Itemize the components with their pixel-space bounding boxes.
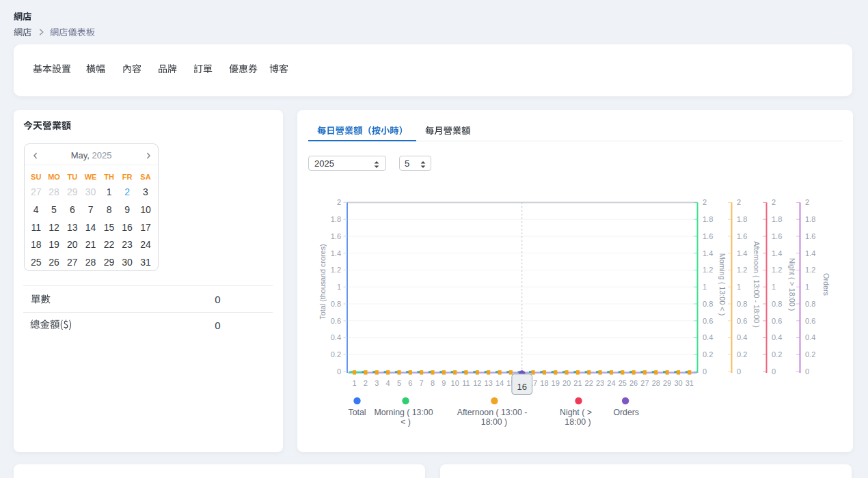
svg-text:0.4: 0.4 (703, 333, 713, 341)
svg-text:8: 8 (430, 379, 434, 387)
svg-text:0.6: 0.6 (330, 316, 340, 324)
svg-text:1.8: 1.8 (737, 215, 747, 223)
svg-text:12: 12 (473, 379, 481, 387)
svg-text:0.6: 0.6 (772, 316, 782, 324)
svg-text:2: 2 (737, 198, 741, 206)
svg-text:1.8: 1.8 (772, 215, 782, 223)
svg-text:16: 16 (517, 382, 526, 392)
svg-text:0.2: 0.2 (737, 350, 747, 358)
svg-text:0.6: 0.6 (737, 316, 747, 324)
svg-text:1.2: 1.2 (330, 266, 340, 274)
svg-text:10: 10 (450, 379, 459, 387)
svg-text:2: 2 (703, 198, 707, 206)
svg-text:0.8: 0.8 (737, 299, 747, 307)
svg-text:Morning ( 13:00: Morning ( 13:00 (374, 407, 433, 417)
svg-text:1.4: 1.4 (703, 249, 713, 257)
svg-text:Total (thousand crores): Total (thousand crores) (318, 244, 327, 319)
svg-text:18:00 ): 18:00 ) (565, 417, 591, 427)
svg-text:1: 1 (737, 283, 741, 291)
svg-text:1.6: 1.6 (737, 231, 747, 240)
svg-text:1: 1 (336, 283, 340, 291)
svg-text:0.4: 0.4 (772, 333, 782, 341)
svg-text:0.6: 0.6 (703, 316, 713, 324)
svg-text:0.2: 0.2 (772, 350, 782, 358)
svg-text:26: 26 (629, 379, 637, 387)
svg-text:1.8: 1.8 (330, 215, 340, 223)
svg-text:1.6: 1.6 (772, 231, 782, 240)
svg-text:1.4: 1.4 (737, 249, 747, 257)
svg-text:0.2: 0.2 (330, 350, 340, 358)
svg-text:1.6: 1.6 (805, 231, 815, 240)
svg-text:23: 23 (595, 379, 603, 387)
svg-text:1.8: 1.8 (805, 215, 815, 223)
svg-text:1: 1 (772, 283, 776, 291)
svg-text:18:00 ): 18:00 ) (480, 417, 506, 427)
svg-text:13: 13 (484, 379, 492, 387)
svg-text:2: 2 (772, 198, 776, 206)
svg-text:1: 1 (352, 379, 356, 387)
svg-text:1.4: 1.4 (330, 249, 340, 257)
svg-text:1.2: 1.2 (772, 266, 782, 274)
svg-text:20: 20 (562, 379, 570, 387)
svg-text:2: 2 (336, 198, 340, 206)
svg-text:0: 0 (772, 367, 776, 375)
svg-text:1.6: 1.6 (703, 231, 713, 240)
svg-text:0.4: 0.4 (737, 333, 747, 341)
svg-text:Orders: Orders (822, 273, 830, 296)
svg-text:2: 2 (805, 198, 809, 206)
svg-text:6: 6 (408, 379, 412, 387)
svg-text:Afternoon ( 13:00 - 18:00 ): Afternoon ( 13:00 - 18:00 ) (752, 241, 761, 328)
svg-text:30: 30 (674, 379, 682, 387)
svg-text:Afternoon ( 13:00 -: Afternoon ( 13:00 - (457, 407, 527, 417)
svg-text:11: 11 (462, 379, 470, 387)
svg-text:18: 18 (540, 379, 548, 387)
svg-text:0.8: 0.8 (703, 299, 713, 307)
svg-text:2: 2 (363, 379, 367, 387)
svg-text:28: 28 (651, 379, 660, 387)
svg-text:1.2: 1.2 (703, 266, 713, 274)
svg-text:Night ( > 18:00 ): Night ( > 18:00 ) (787, 257, 796, 311)
svg-text:27: 27 (640, 379, 649, 387)
svg-text:0.8: 0.8 (330, 299, 340, 307)
svg-text:0.2: 0.2 (703, 350, 713, 358)
svg-text:3: 3 (375, 379, 379, 387)
svg-text:1.2: 1.2 (805, 266, 815, 274)
svg-text:0.2: 0.2 (805, 350, 815, 358)
svg-text:1.2: 1.2 (737, 266, 747, 274)
svg-text:1.6: 1.6 (330, 231, 340, 240)
svg-text:7: 7 (419, 379, 423, 387)
svg-text:24: 24 (607, 379, 615, 387)
svg-text:Orders: Orders (613, 407, 639, 417)
svg-text:14: 14 (495, 379, 503, 387)
svg-text:< ): < ) (401, 417, 411, 427)
svg-text:Night ( >: Night ( > (560, 407, 592, 417)
svg-text:0: 0 (336, 367, 340, 375)
svg-text:0.6: 0.6 (805, 316, 815, 324)
svg-text:1.8: 1.8 (703, 215, 713, 223)
svg-text:1.4: 1.4 (805, 249, 815, 257)
svg-text:0: 0 (805, 367, 809, 375)
svg-text:4: 4 (385, 379, 390, 387)
svg-text:22: 22 (584, 379, 593, 387)
svg-text:0: 0 (737, 367, 741, 375)
svg-text:9: 9 (442, 379, 446, 387)
svg-text:31: 31 (685, 379, 693, 387)
svg-text:Total: Total (348, 407, 366, 417)
svg-text:0.4: 0.4 (330, 333, 340, 341)
svg-text:0.8: 0.8 (772, 299, 782, 307)
svg-text:1.4: 1.4 (772, 249, 782, 257)
svg-text:0: 0 (703, 367, 707, 375)
svg-text:1: 1 (805, 283, 809, 291)
svg-text:5: 5 (396, 379, 401, 387)
svg-text:1: 1 (703, 283, 707, 291)
svg-text:0.8: 0.8 (805, 299, 815, 307)
svg-text:19: 19 (551, 379, 559, 387)
svg-text:21: 21 (573, 379, 582, 387)
svg-text:29: 29 (662, 379, 670, 387)
svg-text:Morning ( 13:00 < ): Morning ( 13:00 < ) (718, 253, 727, 315)
svg-text:25: 25 (618, 379, 626, 387)
svg-text:0.4: 0.4 (805, 333, 815, 341)
